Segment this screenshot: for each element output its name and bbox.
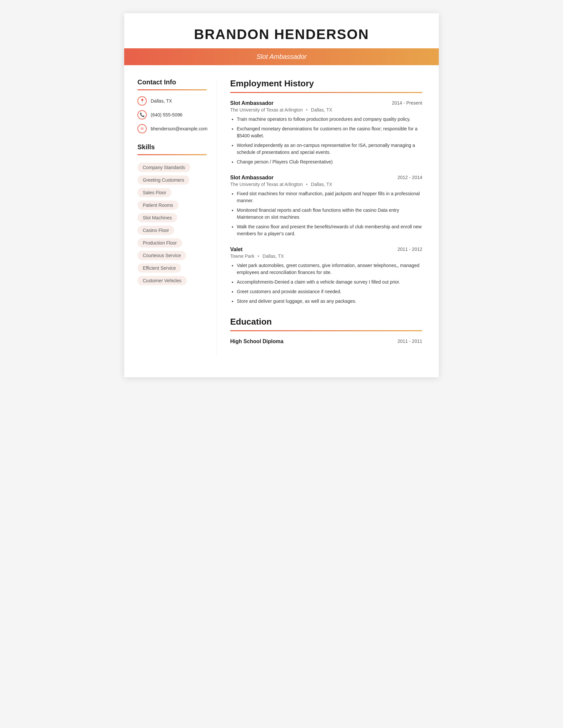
- education-heading: Education: [230, 317, 422, 327]
- job-header: Slot Ambassador2014 - Present: [230, 100, 422, 106]
- employment-divider: [230, 92, 422, 93]
- job-bullet: Worked independently as an on-campus rep…: [237, 142, 422, 156]
- skills-heading: Skills: [137, 143, 207, 151]
- phone-icon: 📞: [137, 110, 147, 119]
- education-list: High School Diploma2011 - 2011: [230, 339, 422, 344]
- skill-tag: Sales Floor: [137, 188, 171, 197]
- job-company: Towne Park • Dallas, TX: [230, 253, 422, 259]
- skills-divider: [137, 154, 207, 155]
- employment-heading: Employment History: [230, 78, 422, 89]
- job-title: Slot Ambassador: [256, 53, 307, 60]
- skill-tag: Efficient Service: [137, 263, 181, 273]
- job-bullet: Fixed slot machines for minor malfunctio…: [237, 190, 422, 204]
- contact-heading: Contact Info: [137, 78, 207, 86]
- job-dates: 2011 - 2012: [398, 247, 422, 252]
- job-dates: 2014 - Present: [392, 100, 422, 106]
- job-title: Slot Ambassador: [230, 175, 273, 181]
- skill-tag: Customer Vehicles: [137, 276, 187, 285]
- contact-email: ✉ bhenderson@example.com: [137, 124, 207, 133]
- job-bullet: Accomplishments-Denied a claim with a ve…: [237, 279, 422, 286]
- header: BRANDON HENDERSON: [124, 13, 439, 42]
- job-bullets: Valet park automobiles, greet customers,…: [230, 262, 422, 305]
- skill-tag: Courteous Service: [137, 251, 186, 260]
- job-bullets: Train machine operators to follow produc…: [230, 116, 422, 165]
- skills-tags: Company StandardsGreeting CustomersSales…: [137, 161, 207, 287]
- job-bullets: Fixed slot machines for minor malfunctio…: [230, 190, 422, 237]
- skill-tag: Greeting Customers: [137, 175, 189, 185]
- contact-location: 📍 Dallas, TX: [137, 96, 207, 106]
- education-section: Education High School Diploma2011 - 2011: [230, 317, 422, 344]
- job-bullet: Greet customers and provide assistance i…: [237, 288, 422, 295]
- location-text: Dallas, TX: [151, 98, 172, 104]
- skill-tag: Production Floor: [137, 238, 182, 248]
- employment-section: Employment History Slot Ambassador2014 -…: [230, 78, 422, 305]
- job-bullet: Monitored financial reports and cash flo…: [237, 207, 422, 221]
- education-divider: [230, 330, 422, 331]
- job-company: The University of Texas at Arlington • D…: [230, 182, 422, 187]
- skills-section: Skills Company StandardsGreeting Custome…: [137, 143, 207, 287]
- education-entry: High School Diploma2011 - 2011: [230, 339, 422, 344]
- email-icon: ✉: [137, 124, 147, 133]
- jobs-list: Slot Ambassador2014 - PresentThe Univers…: [230, 100, 422, 305]
- job-bullet: Train machine operators to follow produc…: [237, 116, 422, 123]
- job-bullet: Store and deliver guest luggage, as well…: [237, 298, 422, 305]
- skill-tag: Casino Floor: [137, 226, 174, 235]
- contact-divider: [137, 89, 207, 90]
- job-bullet: Valet park automobiles, greet customers,…: [237, 262, 422, 276]
- job-dates: 2012 - 2014: [398, 175, 422, 180]
- sidebar: Contact Info 📍 Dallas, TX 📞 (640) 555-50…: [124, 78, 217, 356]
- title-bar: Slot Ambassador: [124, 48, 439, 65]
- main-content: Employment History Slot Ambassador2014 -…: [217, 78, 439, 356]
- skill-tag: Slot Machines: [137, 213, 177, 222]
- job-company: The University of Texas at Arlington • D…: [230, 107, 422, 113]
- contact-phone: 📞 (640) 555-5096: [137, 110, 207, 119]
- job-bullet: Walk the casino floor and present the be…: [237, 223, 422, 237]
- phone-text: (640) 555-5096: [151, 112, 182, 117]
- job-bullet: Exchanged monetary denominations for cus…: [237, 125, 422, 139]
- skill-tag: Patient Rooms: [137, 201, 178, 210]
- job-entry: Slot Ambassador2014 - PresentThe Univers…: [230, 100, 422, 165]
- job-entry: Slot Ambassador2012 - 2014The University…: [230, 175, 422, 237]
- email-text: bhenderson@example.com: [151, 126, 207, 131]
- job-title: Valet: [230, 247, 242, 252]
- edu-degree: High School Diploma: [230, 339, 284, 344]
- candidate-name: BRANDON HENDERSON: [144, 26, 419, 42]
- job-entry: Valet2011 - 2012Towne Park • Dallas, TXV…: [230, 247, 422, 305]
- contact-section: Contact Info 📍 Dallas, TX 📞 (640) 555-50…: [137, 78, 207, 133]
- body: Contact Info 📍 Dallas, TX 📞 (640) 555-50…: [124, 65, 439, 370]
- skill-tag: Company Standards: [137, 163, 190, 172]
- job-title: Slot Ambassador: [230, 100, 273, 106]
- job-header: Slot Ambassador2012 - 2014: [230, 175, 422, 181]
- job-bullet: Change person / Players Club Representat…: [237, 159, 422, 165]
- job-header: Valet2011 - 2012: [230, 247, 422, 252]
- resume-container: BRANDON HENDERSON Slot Ambassador Contac…: [124, 13, 439, 377]
- location-icon: 📍: [137, 96, 147, 106]
- edu-dates: 2011 - 2011: [398, 339, 422, 344]
